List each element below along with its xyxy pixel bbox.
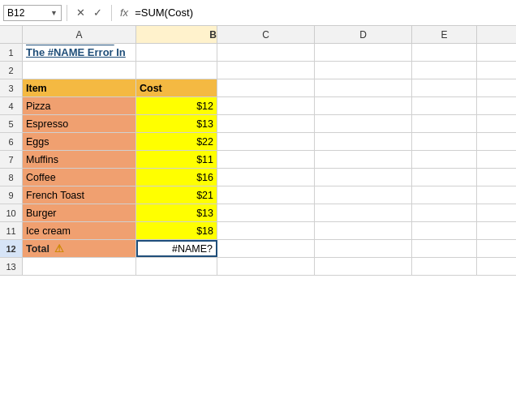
cell-a12[interactable]: Total ⚠ (23, 240, 136, 257)
cell-d8[interactable] (315, 169, 412, 186)
cell-c3[interactable] (217, 79, 315, 96)
cell-c1[interactable] (217, 44, 315, 61)
cell-b6[interactable]: $22 (136, 133, 217, 150)
cell-b7[interactable]: $11 (136, 151, 217, 168)
name-box[interactable]: B12 ▼ (3, 5, 62, 21)
cell-d9[interactable] (315, 186, 412, 204)
cell-b13[interactable] (136, 258, 217, 275)
cell-a7[interactable]: Muffins (23, 151, 136, 168)
cell-a8[interactable]: Coffee (23, 169, 136, 186)
cell-d3[interactable] (315, 79, 412, 96)
cell-d6[interactable] (315, 133, 412, 150)
table-row: 12 Total ⚠ #NAME? (0, 240, 516, 258)
row-header-7: 7 (0, 151, 23, 168)
cell-b2[interactable] (136, 62, 217, 79)
cell-b5[interactable]: $13 (136, 115, 217, 132)
cell-e3[interactable] (412, 79, 477, 96)
cell-e6[interactable] (412, 133, 477, 150)
cell-c9[interactable] (217, 186, 315, 204)
cell-e5[interactable] (412, 115, 477, 132)
cell-e2[interactable] (412, 62, 477, 79)
table-row: 6 Eggs $22 (0, 133, 516, 151)
cell-b11[interactable]: $18 (136, 222, 217, 239)
cancel-formula-icon[interactable]: ✕ (74, 6, 88, 19)
formula-icons: ✕ ✓ (74, 6, 105, 19)
cell-c10[interactable] (217, 204, 315, 221)
confirm-formula-icon[interactable]: ✓ (91, 6, 105, 19)
table-row: 10 Burger $13 (0, 204, 516, 222)
cell-d1[interactable] (315, 44, 412, 61)
fx-label: fx (120, 6, 128, 19)
cell-b3[interactable]: Cost (136, 79, 217, 96)
cell-e11[interactable] (412, 222, 477, 239)
cell-d2[interactable] (315, 62, 412, 79)
col-header-d[interactable]: D (315, 26, 412, 43)
table-row: 1 How To Deal With The #NAME Error In Ex… (0, 44, 516, 62)
cell-a2[interactable] (23, 62, 136, 79)
cell-d10[interactable] (315, 204, 412, 221)
name-box-dropdown-icon: ▼ (50, 9, 58, 17)
name-error-value: #NAME? (172, 243, 213, 255)
cell-d11[interactable] (315, 222, 412, 239)
cell-a6[interactable]: Eggs (23, 133, 136, 150)
cell-a11[interactable]: Ice cream (23, 222, 136, 239)
cell-e13[interactable] (412, 258, 477, 275)
cell-a10[interactable]: Burger (23, 204, 136, 221)
cell-a9[interactable]: French Toast (23, 186, 136, 204)
cell-a4[interactable]: Pizza (23, 97, 136, 114)
cell-a13[interactable] (23, 258, 136, 275)
cell-c13[interactable] (217, 258, 315, 275)
table-row: 2 (0, 62, 516, 79)
row-header-1: 1 (0, 44, 23, 61)
cell-a3[interactable]: Item (23, 79, 136, 96)
cell-c12[interactable] (217, 240, 315, 257)
table-row: 13 (0, 258, 516, 276)
cell-a1[interactable]: How To Deal With The #NAME Error In Exce… (23, 44, 136, 61)
table-row: 3 Item Cost (0, 79, 516, 97)
cell-b4[interactable]: $12 (136, 97, 217, 114)
row-header-2: 2 (0, 62, 23, 79)
cell-e1[interactable] (412, 44, 477, 61)
cell-c6[interactable] (217, 133, 315, 150)
cell-c4[interactable] (217, 97, 315, 114)
row-header-3: 3 (0, 79, 23, 96)
header-corner (0, 26, 23, 43)
cell-e12[interactable] (412, 240, 477, 257)
cell-d13[interactable] (315, 258, 412, 275)
formula-bar: B12 ▼ ✕ ✓ fx (0, 0, 516, 26)
row-header-13: 13 (0, 258, 23, 275)
cell-a5[interactable]: Espresso (23, 115, 136, 132)
cell-b9[interactable]: $21 (136, 186, 217, 204)
cell-d4[interactable] (315, 97, 412, 114)
cell-e8[interactable] (412, 169, 477, 186)
cell-b1[interactable] (136, 44, 217, 61)
cell-b12[interactable]: #NAME? (136, 240, 217, 257)
table-row: 11 Ice cream $18 (0, 222, 516, 240)
cell-c11[interactable] (217, 222, 315, 239)
formula-input[interactable] (135, 6, 513, 19)
cell-e9[interactable] (412, 186, 477, 204)
grid: 1 How To Deal With The #NAME Error In Ex… (0, 44, 516, 276)
spreadsheet-grid: 1 How To Deal With The #NAME Error In Ex… (0, 44, 516, 420)
col-header-e[interactable]: E (412, 26, 477, 43)
table-row: 8 Coffee $16 (0, 169, 516, 186)
cell-d12[interactable] (315, 240, 412, 257)
cell-c7[interactable] (217, 151, 315, 168)
cell-e4[interactable] (412, 97, 477, 114)
col-header-a[interactable]: A (23, 26, 136, 43)
row-header-12: 12 (0, 240, 23, 257)
cell-b8[interactable]: $16 (136, 169, 217, 186)
cell-c5[interactable] (217, 115, 315, 132)
cell-d7[interactable] (315, 151, 412, 168)
cell-b10[interactable]: $13 (136, 204, 217, 221)
col-header-b[interactable]: B (136, 26, 217, 43)
cell-e7[interactable] (412, 151, 477, 168)
cell-c2[interactable] (217, 62, 315, 79)
formula-divider (67, 5, 67, 21)
table-row: 5 Espresso $13 (0, 115, 516, 133)
cell-d5[interactable] (315, 115, 412, 132)
cell-e10[interactable] (412, 204, 477, 221)
cell-c8[interactable] (217, 169, 315, 186)
col-header-c[interactable]: C (217, 26, 315, 43)
row-header-5: 5 (0, 115, 23, 132)
